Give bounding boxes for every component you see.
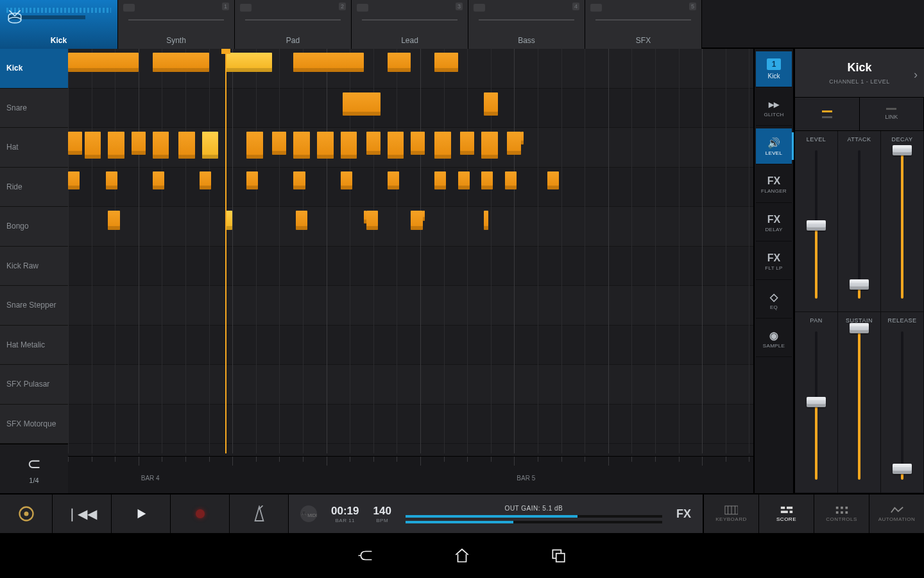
note[interactable] <box>68 53 139 72</box>
track-tab-kick[interactable]: Kick <box>0 0 118 49</box>
slider-decay[interactable]: DECAY <box>881 131 924 312</box>
note[interactable] <box>153 171 164 189</box>
note[interactable] <box>411 132 425 155</box>
chan-btn-glitch[interactable]: ▸▸GLITCH <box>756 90 792 126</box>
link-indicator-a[interactable] <box>795 98 860 130</box>
chan-btn-eq[interactable]: ◇EQ <box>756 283 792 319</box>
note[interactable] <box>388 53 411 72</box>
slider-thumb[interactable] <box>807 220 826 231</box>
slider-sustain[interactable]: SUSTAIN <box>838 312 881 493</box>
note[interactable] <box>293 132 310 159</box>
slider-level[interactable]: LEVEL <box>795 131 838 312</box>
playhead[interactable] <box>225 49 227 453</box>
view-controls-button[interactable]: CONTROLS <box>814 495 869 533</box>
note[interactable] <box>106 171 117 189</box>
note[interactable] <box>202 132 219 159</box>
sample-row-sfx-pulasar[interactable]: SFX Pulasar <box>0 365 68 405</box>
app-logo-button[interactable] <box>0 495 53 533</box>
note[interactable] <box>293 53 364 72</box>
sample-row-kick[interactable]: Kick <box>0 49 68 89</box>
note[interactable] <box>317 132 334 159</box>
rewind-button[interactable]: ❘◀◀ <box>53 495 112 533</box>
note[interactable] <box>434 53 458 72</box>
note[interactable] <box>225 53 272 72</box>
chan-btn-fx-flanger[interactable]: FXFLANGER <box>756 167 792 203</box>
note[interactable] <box>388 132 404 159</box>
note[interactable] <box>296 211 307 230</box>
note[interactable] <box>507 132 521 155</box>
chan-btn-fx-delay[interactable]: FXDELAY <box>756 206 792 241</box>
slider-thumb[interactable] <box>850 323 869 333</box>
note[interactable] <box>366 211 378 230</box>
slider-thumb[interactable] <box>893 145 912 155</box>
note[interactable] <box>132 132 146 155</box>
note[interactable] <box>153 53 209 72</box>
bpm-display[interactable]: 140 BPM <box>373 505 391 523</box>
output-gain-display[interactable]: OUT GAIN: 5.1 dB <box>406 505 662 523</box>
android-back-button[interactable] <box>356 546 375 565</box>
note[interactable] <box>458 171 470 189</box>
timeline-ruler[interactable]: BAR 4BAR 5 <box>68 456 753 493</box>
note[interactable] <box>388 171 399 189</box>
note[interactable] <box>434 171 446 189</box>
note[interactable] <box>481 132 498 159</box>
play-button[interactable] <box>112 495 171 533</box>
note[interactable] <box>521 132 524 144</box>
track-tab-lead[interactable]: 3Lead <box>352 0 468 49</box>
note[interactable] <box>411 211 422 230</box>
note[interactable] <box>366 132 381 155</box>
note[interactable] <box>484 92 498 116</box>
note[interactable] <box>484 211 488 230</box>
inspector-expand-icon[interactable]: › <box>914 68 918 82</box>
slider-thumb[interactable] <box>893 464 912 474</box>
view-keyboard-button[interactable]: KEYBOARD <box>703 495 758 533</box>
link-button[interactable]: LINK <box>860 98 925 130</box>
note[interactable] <box>272 132 286 155</box>
note[interactable] <box>178 132 195 159</box>
slider-thumb[interactable] <box>807 397 826 407</box>
snap-control[interactable]: ⊃1/4 <box>0 444 68 493</box>
note[interactable] <box>108 132 124 159</box>
track-tab-synth[interactable]: 1Synth <box>118 0 235 49</box>
note[interactable] <box>200 171 211 189</box>
time-display[interactable]: 00:19 BAR 11 <box>331 505 359 523</box>
sequencer-grid[interactable]: BAR 4BAR 5 <box>68 49 753 493</box>
sample-row-bongo[interactable]: Bongo <box>0 207 68 247</box>
note[interactable] <box>505 171 517 189</box>
chan-btn-sample[interactable]: ◉SAMPLE <box>756 321 792 357</box>
note[interactable] <box>343 92 381 116</box>
view-automation-button[interactable]: AUTOMATION <box>869 495 924 533</box>
note[interactable] <box>423 211 425 221</box>
slider-pan[interactable]: PAN <box>795 312 838 493</box>
sample-row-snare[interactable]: Snare <box>0 89 68 128</box>
note[interactable] <box>434 132 451 159</box>
note[interactable] <box>68 132 82 155</box>
midi-icon[interactable]: MIDI <box>300 505 317 522</box>
note[interactable] <box>460 132 474 155</box>
note[interactable] <box>246 132 263 159</box>
note[interactable] <box>547 171 559 189</box>
note[interactable] <box>85 132 101 159</box>
sample-row-kick-raw[interactable]: Kick Raw <box>0 247 68 286</box>
sample-row-snare-stepper[interactable]: Snare Stepper <box>0 286 68 326</box>
note[interactable] <box>108 211 119 230</box>
note[interactable] <box>293 171 305 189</box>
sample-row-sfx-motorque[interactable]: SFX Motorque <box>0 405 68 444</box>
note[interactable] <box>341 132 357 159</box>
note[interactable] <box>246 171 258 189</box>
note[interactable] <box>341 171 352 189</box>
record-button[interactable] <box>171 495 230 533</box>
android-home-button[interactable] <box>452 546 472 565</box>
fx-button[interactable]: FX <box>676 507 691 521</box>
track-tab-bass[interactable]: 4Bass <box>468 0 585 49</box>
view-score-button[interactable]: SCORE <box>758 495 814 533</box>
chan-btn-fx-fltlp[interactable]: FXFLT LP <box>756 244 792 280</box>
slider-attack[interactable]: ATTACK <box>838 131 881 312</box>
slider-thumb[interactable] <box>850 279 869 290</box>
sample-row-hat[interactable]: Hat <box>0 128 68 168</box>
slider-release[interactable]: RELEASE <box>881 312 924 493</box>
chan-btn-level[interactable]: 🔊LEVEL <box>756 128 792 164</box>
track-tab-pad[interactable]: 2Pad <box>235 0 352 49</box>
track-tab-sfx[interactable]: 5SFX <box>585 0 702 49</box>
channel-number[interactable]: 1Kick <box>756 51 792 87</box>
